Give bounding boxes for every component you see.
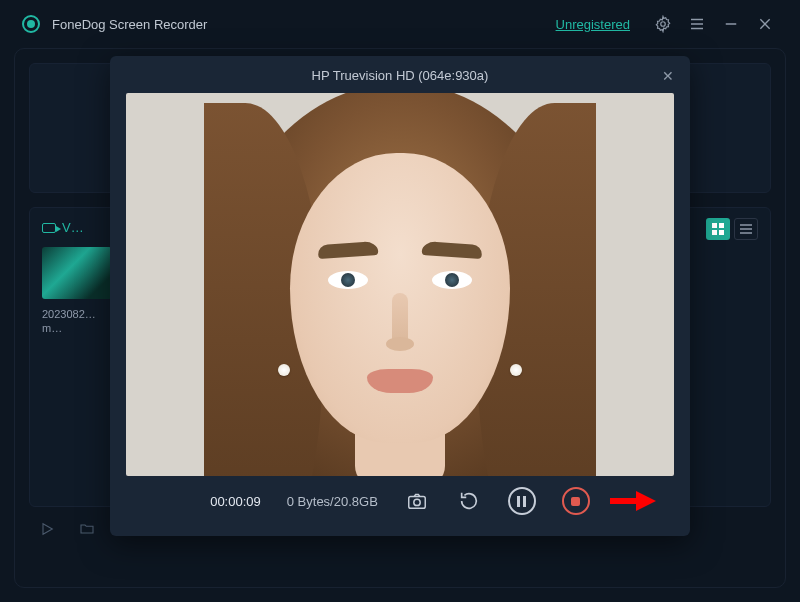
play-icon[interactable]: [39, 521, 57, 539]
stop-record-button[interactable]: [562, 487, 590, 515]
video-tab-icon: [42, 223, 56, 233]
recording-thumbnail[interactable]: [42, 247, 112, 299]
svg-marker-14: [43, 524, 52, 535]
camera-device-name: HP Truevision HD (064e:930a): [312, 68, 489, 83]
svg-rect-9: [712, 230, 717, 235]
recording-timer: 00:00:09: [210, 494, 261, 509]
app-title: FoneDog Screen Recorder: [52, 17, 207, 32]
close-window-icon[interactable]: [754, 13, 776, 35]
unregistered-link[interactable]: Unregistered: [556, 17, 630, 32]
view-grid-button[interactable]: [706, 218, 730, 240]
titlebar: FoneDog Screen Recorder Unregistered: [0, 0, 800, 48]
app-logo-icon: [22, 15, 40, 33]
modal-header: HP Truevision HD (064e:930a) ✕: [126, 68, 674, 93]
svg-point-25: [414, 499, 420, 505]
camera-preview: [126, 93, 674, 476]
recording-controls: 00:00:09 0 Bytes/20.8GB: [126, 476, 674, 526]
folder-icon[interactable]: [79, 521, 97, 539]
camera-preview-modal: HP Truevision HD (064e:930a) ✕ 00:00:09 …: [110, 56, 690, 536]
tab-video-label: V…: [62, 220, 84, 235]
svg-rect-24: [409, 496, 426, 508]
hamburger-menu-icon[interactable]: [686, 13, 708, 35]
svg-rect-10: [719, 230, 724, 235]
view-list-button[interactable]: [734, 218, 758, 240]
restart-icon[interactable]: [456, 488, 482, 514]
pause-button[interactable]: [508, 487, 536, 515]
tab-video[interactable]: V…: [42, 220, 84, 235]
annotation-arrow-icon: [610, 493, 656, 509]
snapshot-camera-icon[interactable]: [404, 488, 430, 514]
svg-rect-8: [719, 223, 724, 228]
minimize-icon[interactable]: [720, 13, 742, 35]
svg-rect-7: [712, 223, 717, 228]
svg-point-0: [661, 22, 666, 27]
close-modal-icon[interactable]: ✕: [662, 68, 674, 84]
recording-filesize: 0 Bytes/20.8GB: [287, 494, 378, 509]
settings-gear-icon[interactable]: [652, 13, 674, 35]
